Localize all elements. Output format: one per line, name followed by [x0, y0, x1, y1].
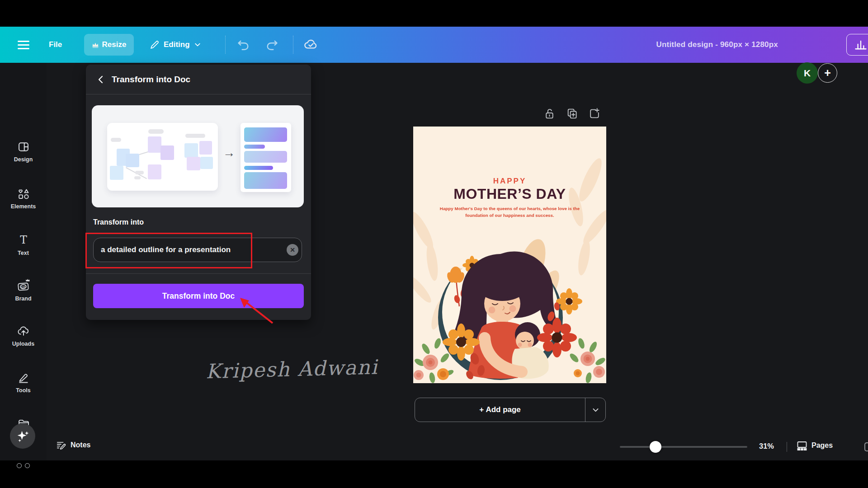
statusbar-divider: [787, 442, 787, 452]
transform-into-label: Transform into: [93, 218, 144, 226]
add-page-button[interactable]: + Add page: [415, 398, 585, 422]
panel-header: Transform into Doc: [86, 65, 311, 94]
text-icon: T: [17, 234, 30, 247]
crown-badge-icon: [26, 279, 29, 281]
zoom-level: 31%: [751, 442, 774, 450]
watermark-signature: Kripesh Adwani: [205, 356, 355, 383]
undo-button[interactable]: [236, 27, 250, 63]
clear-input-button[interactable]: ✕: [287, 244, 298, 256]
file-menu-button[interactable]: File: [49, 27, 62, 63]
sidebar-label: Elements: [0, 203, 47, 210]
add-page-icon[interactable]: [589, 108, 600, 120]
add-member-button[interactable]: +: [818, 63, 837, 83]
menu-button[interactable]: [17, 27, 30, 63]
top-toolbar: File Resize Editing: [0, 27, 868, 63]
elements-icon: [17, 188, 30, 200]
sidebar-label: Text: [0, 250, 47, 256]
mothers-day-artwork: [413, 127, 606, 383]
assistant-button[interactable]: [10, 423, 35, 449]
cloud-save-status-button[interactable]: [303, 27, 318, 63]
sidebar-label: Uploads: [0, 341, 47, 347]
toolbar-divider: [225, 36, 226, 54]
duplicate-page-icon[interactable]: [566, 108, 578, 120]
design-title[interactable]: Untitled design - 960px × 1280px: [656, 27, 778, 63]
editing-mode-button[interactable]: Editing: [149, 27, 201, 63]
pencil-icon: [149, 40, 160, 50]
design-page[interactable]: HAPPY MOTHER’S DAY Happy Mother's Day to…: [413, 127, 606, 383]
letterbox-top: [0, 0, 868, 27]
brand-icon: co: [17, 278, 30, 292]
avatar[interactable]: K: [797, 62, 818, 84]
redo-button[interactable]: [266, 27, 279, 63]
svg-text:T: T: [20, 234, 27, 246]
sidebar-item-tools[interactable]: Tools: [0, 371, 47, 394]
crown-icon: [92, 42, 99, 48]
sidebar-label: Tools: [0, 387, 47, 394]
unlock-icon[interactable]: [544, 108, 555, 120]
transform-prompt-input[interactable]: [93, 238, 302, 262]
tools-icon: [17, 371, 30, 384]
sidebar: Design Elements T Text co: [0, 63, 47, 460]
redo-icon: [266, 38, 279, 52]
zoom-slider[interactable]: [620, 446, 747, 448]
letterbox-bottom: [0, 460, 868, 488]
pages-label: Pages: [811, 441, 833, 450]
insights-button[interactable]: [846, 34, 868, 56]
poster-kicker-text: HAPPY: [413, 177, 606, 186]
poster-subtitle-text: Happy Mother's Day to the queens of our …: [432, 206, 588, 219]
transform-illustration-card: →: [92, 105, 304, 207]
sidebar-item-brand[interactable]: co Brand: [0, 278, 47, 302]
chevron-left-icon: [97, 75, 106, 84]
sidebar-label: Design: [0, 156, 47, 163]
arrow-right-icon: →: [223, 146, 236, 160]
resize-button[interactable]: Resize: [84, 34, 134, 56]
transform-into-doc-button[interactable]: Transform into Doc: [93, 284, 304, 308]
clipped-edge-control[interactable]: [864, 442, 868, 451]
transform-into-doc-panel: Transform into Doc: [86, 65, 311, 320]
back-button[interactable]: [97, 75, 106, 84]
canva-editor: File Resize Editing: [0, 0, 868, 488]
svg-text:co: co: [21, 285, 25, 289]
uploads-icon: [17, 325, 30, 338]
apps-icon-partial[interactable]: [0, 463, 47, 468]
chevron-down-icon: [194, 41, 201, 48]
cloud-check-icon: [303, 38, 318, 52]
sidebar-label: Brand: [0, 296, 47, 302]
doc-mockup: [241, 123, 291, 192]
sidebar-item-text[interactable]: T Text: [0, 234, 47, 256]
design-icon: [17, 141, 30, 153]
notes-icon: [56, 440, 66, 450]
editing-label: Editing: [164, 40, 190, 49]
bar-chart-icon: [854, 38, 868, 51]
pages-icon: [797, 440, 807, 451]
toolbar-divider: [293, 36, 293, 54]
page-controls: [544, 108, 600, 120]
undo-icon: [236, 38, 250, 52]
chevron-down-icon: [592, 406, 599, 414]
sparkle-icon: [15, 428, 30, 444]
poster-title-text: MOTHER’S DAY: [413, 186, 606, 202]
panel-divider: [86, 273, 311, 274]
zoom-slider-knob[interactable]: [650, 441, 661, 453]
panel-divider: [86, 94, 311, 94]
sidebar-item-design[interactable]: Design: [0, 141, 47, 163]
notes-label: Notes: [71, 441, 90, 449]
sidebar-item-uploads[interactable]: Uploads: [0, 325, 47, 347]
notes-button[interactable]: Notes: [56, 440, 90, 450]
add-page-dropdown-button[interactable]: [585, 398, 605, 422]
add-page-button-group: + Add page: [415, 398, 606, 422]
whiteboard-mockup: [107, 123, 218, 191]
resize-label: Resize: [102, 40, 127, 49]
panel-title: Transform into Doc: [112, 75, 190, 84]
pages-button[interactable]: Pages: [797, 440, 833, 451]
sidebar-item-elements[interactable]: Elements: [0, 188, 47, 210]
